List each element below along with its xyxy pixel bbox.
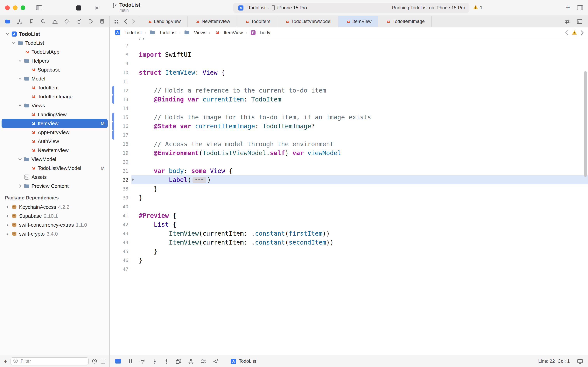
tree-item-itemview[interactable]: ItemViewM [1,119,108,128]
code-line[interactable]: 46} [110,256,588,265]
code-text[interactable]: @Binding var currentItem: TodoItem [138,95,588,104]
code-line[interactable]: 11 [110,77,588,86]
line-number[interactable]: 41 [123,213,128,218]
disclosure-icon[interactable] [17,184,23,188]
back-button[interactable] [124,19,127,24]
tree-item-assets[interactable]: Assets [1,173,108,182]
tree-item-landingview[interactable]: LandingView [1,110,108,119]
gutter[interactable]: 12 [110,86,138,95]
gutter[interactable]: 45 [110,247,138,256]
package-item-swift-crypto[interactable]: swift-crypto3.4.0 [1,229,108,238]
code-text[interactable]: @Environment(TodoListViewModel.self) var… [138,149,588,158]
gutter[interactable]: 11 [110,77,138,86]
memory-graph-icon[interactable] [188,359,194,364]
folded-code-pill[interactable]: ••• [193,177,206,183]
source-control-filter-icon[interactable] [100,359,106,364]
code-line[interactable]: 42 List { [110,220,588,229]
breakpoints-icon[interactable] [88,19,93,24]
issue-warning-icon[interactable] [572,30,577,35]
code-line[interactable]: 40 [110,202,588,211]
code-line[interactable]: 9 [110,59,588,68]
code-text[interactable]: Label(•••) [138,175,588,184]
code-text[interactable]: // Holds the image for this to-do item, … [138,113,588,122]
line-number[interactable]: 10 [123,70,128,75]
find-icon[interactable] [41,19,46,24]
gutter[interactable]: 22 [110,175,138,184]
code-text[interactable] [138,104,588,113]
code-line[interactable]: 38 } [110,184,588,193]
code-line[interactable]: 43 ItemView(currentItem: .constant(first… [110,229,588,238]
toggle-left-sidebar-icon[interactable] [36,5,42,10]
editor-options-icon[interactable] [577,19,583,24]
code-line[interactable]: 20 [110,158,588,167]
code-text[interactable]: @State var currentItemImage: TodoItemIma… [138,122,588,131]
warning-badge[interactable]: 1 [473,5,482,11]
line-number[interactable]: 9 [126,61,128,66]
breadcrumb-item-body[interactable]: Pbody [250,30,270,35]
project-status[interactable]: TodoList main [112,2,140,13]
tree-item-todolist[interactable]: TodoList [1,30,108,39]
gutter[interactable]: 15 [110,113,138,122]
package-item-keychainaccess[interactable]: KeychainAccess4.2.2 [1,202,108,211]
project-navigator-icon[interactable] [5,18,10,24]
code-line[interactable]: // [110,38,588,41]
close-window-button[interactable] [5,5,10,10]
code-text[interactable] [138,202,588,211]
gutter[interactable]: 9 [110,59,138,68]
line-number[interactable]: 13 [123,97,128,102]
line-number[interactable]: 42 [123,222,128,227]
tree-item-newitemview[interactable]: NewItemView [1,146,108,155]
gutter[interactable]: 19 [110,149,138,158]
gutter[interactable]: 38 [110,184,138,193]
code-text[interactable]: // Access the view model through the env… [138,140,588,149]
run-destination[interactable]: iPhone 15 Pro [277,5,307,10]
tree-item-todolistapp[interactable]: TodoListApp [1,47,108,56]
display-icon[interactable] [577,359,583,364]
code-text[interactable]: } [138,256,588,265]
code-line[interactable]: 44 ItemView(currentItem: .constant(secon… [110,238,588,247]
line-number[interactable]: 21 [123,168,128,174]
gutter[interactable]: 16 [110,122,138,131]
gutter[interactable]: 42 [110,220,138,229]
code-text[interactable] [138,41,588,50]
gutter[interactable]: 10 [110,68,138,77]
breadcrumb-item-views[interactable]: Views [184,30,207,35]
code-text[interactable]: var body: some View { [138,167,588,175]
bookmarks-icon[interactable] [29,19,34,24]
stop-button[interactable] [76,5,81,10]
line-number[interactable]: 39 [123,195,128,200]
editor-tab-newitemview[interactable]: NewItemView [187,16,237,27]
gutter[interactable]: 43 [110,229,138,238]
code-text[interactable]: import SwiftUI [138,50,588,59]
tree-item-preview-content[interactable]: Preview Content [1,182,108,191]
line-number[interactable]: 11 [123,79,128,84]
activity-status[interactable]: Running TodoList on iPhone 15 Pro [392,5,465,10]
gutter[interactable]: 7 [110,41,138,50]
tree-item-todolist[interactable]: TodoList [1,39,108,47]
line-number[interactable]: 16 [123,124,128,129]
code-fold-caret-icon[interactable] [132,178,134,181]
code-line[interactable]: 19 @Environment(TodoListViewModel.self) … [110,149,588,158]
scheme-selector[interactable]: TodoList › iPhone 15 Pro Running TodoLis… [233,3,469,13]
tree-item-appentryview[interactable]: AppEntryView [1,128,108,137]
code-text[interactable]: } [138,193,588,202]
related-items-icon[interactable] [114,19,119,24]
issues-icon[interactable] [52,18,58,24]
run-button[interactable] [94,5,100,12]
tree-item-views[interactable]: Views [1,101,108,110]
code-line[interactable]: 41#Preview { [110,211,588,220]
add-file-button[interactable]: + [3,358,7,365]
step-over-icon[interactable] [139,359,145,364]
gutter[interactable]: 40 [110,202,138,211]
tree-item-authview[interactable]: AuthView [1,137,108,146]
code-text[interactable] [138,158,588,167]
gutter[interactable]: 17 [110,131,138,140]
pause-icon[interactable] [128,359,132,364]
code-text[interactable]: struct ItemView: View { [138,68,588,77]
filter-field[interactable] [10,357,89,365]
debug-area-toggle-icon[interactable] [115,359,121,364]
tree-item-todoitemimage[interactable]: TodoItemImage [1,92,108,101]
gutter[interactable]: 41 [110,211,138,220]
gutter[interactable]: 46 [110,256,138,265]
editor-tab-landingview[interactable]: LandingView [140,16,187,27]
